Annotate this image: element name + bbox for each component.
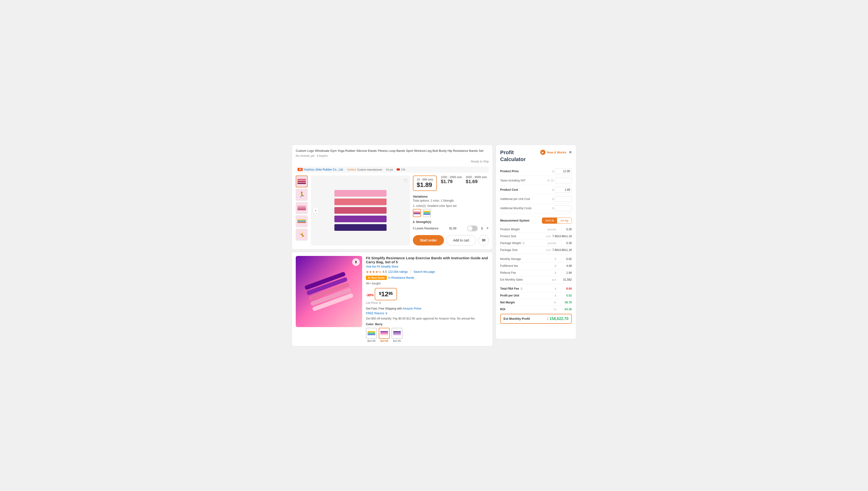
thumbnail-1[interactable] [296, 176, 308, 187]
color-opt-1[interactable] [366, 328, 377, 339]
fulfillment-fee-value: 4.08 [558, 264, 572, 267]
thumbnail-list: 🏃 [296, 176, 308, 246]
net-margin-label: Net Margin [500, 301, 515, 304]
ready-to-ship-label: Ready to Ship [471, 160, 489, 163]
package-size-row: Package Size inch 7.60x3.86x1.18 [500, 247, 572, 254]
amazon-product-image: ⬆ [296, 256, 362, 327]
seller-name-link[interactable]: Huizhou Jinke Rubber Co., Ltd. [304, 168, 343, 171]
price-range-3: 3000 - 9999 sets [466, 176, 487, 179]
est-monthly-profit-row: Est Monthly Profit $ 158,622.70 [500, 314, 572, 324]
product-price-currency: $ [552, 170, 554, 173]
price-tier-1: 10 - 999 sets $1.89 [413, 176, 437, 191]
product-cost-input[interactable] [555, 187, 572, 193]
additional-monthly-label: Additional Monthly Costs [500, 207, 532, 210]
est-monthly-profit-label: Est Monthly Profit [504, 317, 530, 320]
measurement-row: Measurement System inch-lb cm-kg [500, 215, 572, 226]
price-range-1: 10 - 999 sets [417, 178, 433, 181]
taxes-info-icon: i [550, 179, 554, 182]
qty-toggle[interactable] [467, 226, 478, 231]
product-size-value: 7.60x3.86x1.18 [552, 235, 572, 238]
roi-value: 63.36 [558, 308, 572, 311]
color-opt-3[interactable] [392, 328, 402, 339]
total-fba-fee-row: Total FBA Fee i $ 6.04 [500, 285, 572, 292]
monthly-storage-value: 0.02 [558, 257, 572, 261]
product-price-input[interactable] [555, 168, 572, 174]
calc-title: ProfitCalculator [500, 149, 526, 163]
main-product-image: ♡ ‹ [311, 176, 410, 246]
close-button[interactable]: × [569, 149, 572, 155]
color-options: $10.99 $12.95 [366, 328, 489, 342]
total-fba-value: 6.04 [558, 287, 572, 290]
product-cost-currency: $ [552, 188, 554, 191]
measurement-inch-lb-button[interactable]: inch-lb [542, 218, 557, 224]
amazon-store-link[interactable]: Visit the Fit Simplify Store [366, 265, 489, 268]
color-swatches [413, 209, 489, 217]
package-weight-value: 0.35 [558, 241, 572, 245]
product-title: Custom Logo Wholesale Gym Yoga Rubber Si… [296, 149, 489, 153]
ratings-count-link[interactable]: 122,004 ratings [388, 270, 408, 273]
est-monthly-sales-value: 31,582 [558, 278, 572, 281]
free-returns-link[interactable]: FREE Returns ∨ [366, 311, 489, 315]
thumbnail-2[interactable]: 🏃 [296, 189, 308, 201]
product-size-unit: inch [546, 235, 551, 238]
add-to-cart-button[interactable]: Add to cart [446, 235, 476, 246]
taxes-vat-input[interactable] [555, 178, 572, 183]
message-button[interactable]: ✉ [478, 235, 489, 246]
price-cents: 95 [388, 291, 393, 295]
price-dollar: $ [379, 291, 381, 295]
package-weight-row: Package Weight i pounds 0.35 [500, 240, 572, 247]
seller-years: 14 yrs [386, 168, 393, 171]
amazon-prime-link[interactable]: Amazon Prime [403, 307, 421, 310]
price-main: 12 [381, 290, 388, 298]
package-size-unit: inch [546, 249, 551, 252]
roi-unit: % [554, 308, 556, 311]
profit-calculator-panel: ProfitCalculator ▶ How It Works × Produc… [496, 145, 576, 339]
measurement-cm-kg-button[interactable]: cm-kg [557, 218, 572, 224]
qty-plus-button[interactable]: + [486, 226, 489, 231]
measurement-label: Measurement System [500, 219, 529, 222]
qty-display: 0 [480, 227, 484, 230]
additional-monthly-currency: $ [552, 207, 554, 210]
referral-fee-currency: $ [555, 271, 556, 274]
thumbnail-3[interactable] [296, 202, 308, 214]
price-tier-3: 3000 - 9999 sets $1.69 [466, 176, 487, 184]
share-button[interactable]: ⬆ [352, 258, 360, 266]
thumbnail-5[interactable]: 🤸 [296, 229, 308, 240]
prev-image-button[interactable]: ‹ [312, 207, 319, 214]
referral-fee-value: 1.94 [558, 271, 572, 275]
color-label-amazon: Color: Berry [366, 323, 489, 326]
wishlist-button[interactable]: ♡ [403, 178, 408, 183]
monthly-storage-label: Monthly Storage [500, 257, 521, 261]
thumbnail-4[interactable] [296, 215, 308, 227]
additional-monthly-input[interactable] [555, 205, 572, 211]
price-amount-2: $1.79 [441, 179, 462, 184]
taxes-vat-currency: % [547, 179, 549, 182]
strength-name: 5 Levels Resistance [413, 227, 438, 230]
color-opt-2[interactable] [379, 328, 390, 339]
price-amount-1: $1.89 [417, 181, 433, 189]
package-weight-unit: pounds [548, 242, 556, 244]
start-order-button[interactable]: Start order [413, 235, 444, 246]
package-weight-info-icon: i [522, 241, 525, 245]
package-size-value: 7.60x3.86x1.18 [552, 248, 572, 252]
profit-per-unit-value: 5.02 [558, 294, 572, 297]
color-desc: Gradient color 5pcs set [427, 204, 456, 207]
amazon-price-box: $1295 [375, 288, 397, 300]
seller-type: Custom manufacturer [357, 168, 382, 171]
taxes-vat-row: Taxes including VAT % i [500, 176, 572, 185]
star-rating: ★★★★½ [366, 270, 381, 274]
how-it-works-button[interactable]: ▶ How It Works [540, 150, 566, 155]
swatch-multicolor[interactable] [423, 209, 431, 217]
bestseller-category[interactable]: in Resistance Bands [388, 276, 414, 280]
fulfillment-fee-label: Fulfillment fee [500, 264, 518, 267]
variations-title: Variations [413, 195, 489, 198]
product-weight-unit: pounds [548, 228, 556, 231]
fulfillment-fee-row: Fulfillment fee $ 4.08 [500, 263, 572, 269]
swatch-gradient[interactable] [413, 209, 421, 217]
additional-unit-row: Additional per Unit Cost $ [500, 195, 572, 204]
est-monthly-sales-label: Est Monthly Sales [500, 278, 523, 281]
search-page-link[interactable]: Search this page [414, 270, 435, 273]
additional-unit-input[interactable] [555, 196, 572, 202]
price-tier-2: 1000 - 2999 sets $1.79 [441, 176, 462, 184]
strength-price: $1.89 [449, 227, 456, 230]
